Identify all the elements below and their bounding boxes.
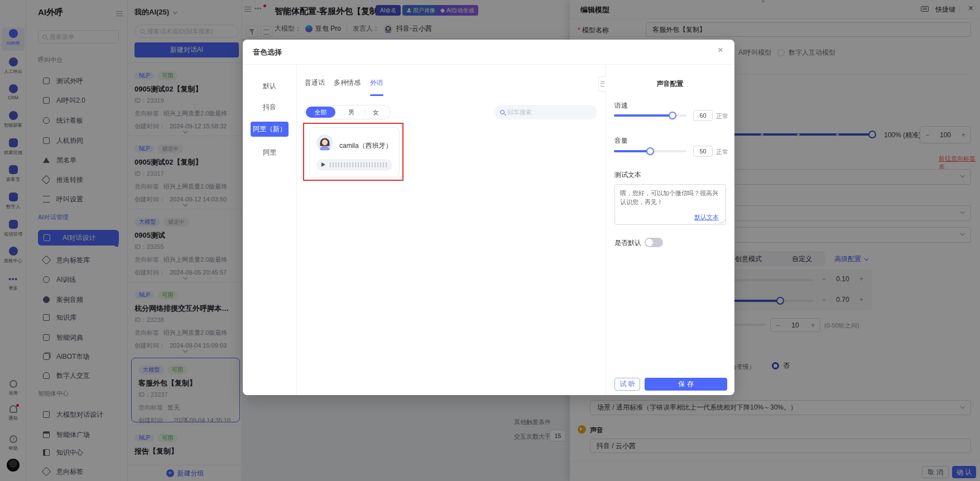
listen-button[interactable]: 试 听 [614,378,640,391]
gender-all[interactable]: 全部 [306,107,335,118]
is-default-label: 是否默认 [614,238,641,248]
save-button[interactable]: 保 存 [645,378,727,391]
divider [606,64,606,395]
search-icon [500,110,505,114]
speed-label: 语速 [614,101,628,110]
volume-status: 正常 [716,148,728,156]
tab-emotions[interactable]: 多种情感 [334,78,361,88]
divider [243,64,734,65]
divider [364,109,365,116]
gender-male[interactable]: 男 [348,108,354,117]
tab-mandarin[interactable]: 普通话 [305,78,325,88]
annotation-highlight [303,123,403,181]
default-text-link[interactable]: 默认文本 [694,213,719,222]
provider-ali[interactable]: 阿里 [243,148,296,157]
provider-douyin[interactable]: 抖音 [243,103,296,112]
provider-default[interactable]: 默认 [243,81,296,91]
config-collapse-handle[interactable] [598,76,606,92]
modal-title: 音色选择 [253,47,282,57]
speed-value-input[interactable]: 60 [693,110,713,121]
resize-handle[interactable] [719,219,727,223]
gender-segment: 全部 男 女 [304,105,391,119]
voice-search-input[interactable]: 回车搜索 [494,105,597,119]
volume-value-input[interactable]: 50 [693,146,713,157]
active-tab-underline [370,94,383,96]
divider [296,64,297,395]
volume-label: 音量 [614,136,628,146]
test-text-area[interactable]: 喂，您好，可以加个微信吗？很高兴认识您，再见！ 默认文本 [614,184,726,225]
voice-config-title: 声音配置 [606,79,734,89]
gender-female[interactable]: 女 [373,108,379,117]
voice-select-modal: 音色选择 × 默认 抖音 阿里（新） 阿里 普通话 多种情感 外语 全部 男 女… [243,40,734,395]
slider-thumb[interactable] [669,112,676,119]
tab-foreign[interactable]: 外语 [370,78,383,88]
test-text-label: 测试文本 [614,170,641,180]
close-icon[interactable]: × [718,45,723,56]
slider-thumb[interactable] [646,147,654,155]
default-toggle[interactable] [645,238,663,247]
speed-status: 正常 [716,112,728,121]
provider-ali-new[interactable]: 阿里（新） [251,122,289,137]
